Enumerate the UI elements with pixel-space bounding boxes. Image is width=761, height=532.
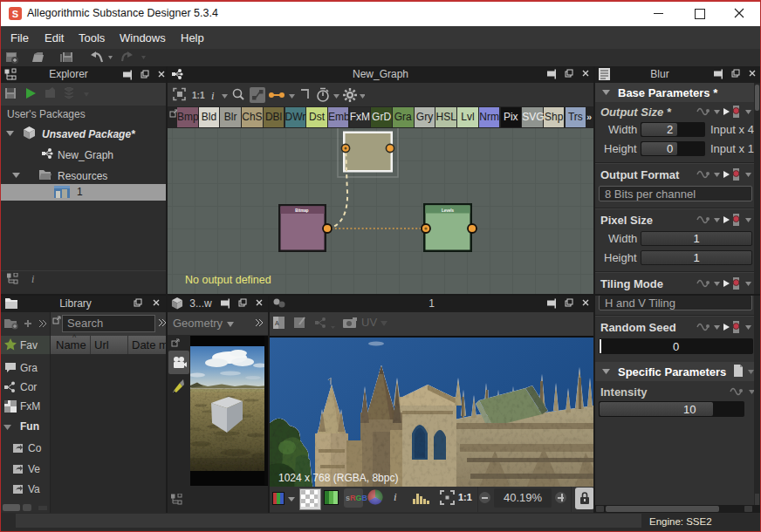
svg-text:1024 x 768 (RGBA, 8bpc): 1024 x 768 (RGBA, 8bpc) — [278, 472, 398, 484]
svg-text:i: i — [211, 89, 215, 102]
svg-text:1:1: 1:1 — [192, 91, 205, 100]
svg-text:A: A — [275, 320, 279, 326]
svg-text:S: S — [12, 9, 18, 19]
svg-text:Bitmap: Bitmap — [295, 208, 309, 213]
svg-text:Levels: Levels — [442, 208, 455, 213]
